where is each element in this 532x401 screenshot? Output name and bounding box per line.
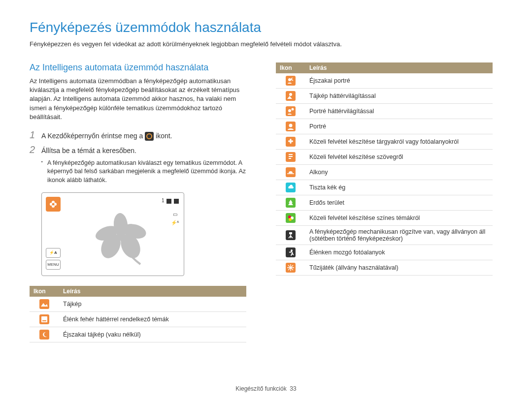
left-column: Az Intelligens automata üzemmód használa… bbox=[30, 62, 246, 342]
right_table-label: A fényképezőgép mechanikusan rögzítve va… bbox=[305, 226, 493, 245]
left-icon-table: Ikon Leírás TájképÉlénk fehér háttérrel … bbox=[30, 286, 246, 342]
svg-rect-7 bbox=[39, 299, 49, 309]
screenshot-counter: 1 bbox=[162, 198, 179, 203]
right_table-icon-cell bbox=[276, 226, 305, 245]
footer-page-number: 33 bbox=[290, 385, 296, 392]
right_table-row: Tűzijáték (állvány használatával) bbox=[276, 260, 493, 276]
right_table-row: Közeli felvétel készítése tárgyakról vag… bbox=[276, 134, 493, 150]
svg-point-17 bbox=[292, 108, 294, 111]
right_table-label: Éjszakai portré bbox=[305, 73, 493, 89]
right_table-label: Élénken mozgó fotóalanyok bbox=[305, 245, 493, 260]
svg-point-31 bbox=[289, 218, 292, 221]
intro-text: Fényképezzen és vegyen fel videókat az a… bbox=[30, 40, 502, 48]
right_table-label: Erdős terület bbox=[305, 195, 493, 211]
right_table-icon-cell bbox=[276, 134, 305, 150]
macrotext-icon bbox=[286, 152, 296, 162]
right_table-label: Alkony bbox=[305, 165, 493, 180]
left_table-row: Éjszakai tájkép (vaku nélkül) bbox=[30, 327, 246, 342]
svg-point-13 bbox=[288, 78, 291, 81]
forest-icon bbox=[286, 198, 296, 208]
right_table-row: Erdős terület bbox=[276, 195, 493, 211]
menu-button: MENU bbox=[46, 260, 61, 270]
battery-icon bbox=[174, 199, 179, 204]
right_table-icon-cell bbox=[276, 119, 305, 134]
tripod-icon bbox=[286, 230, 296, 240]
step-2-text: Állítsa be a témát a keresőben. bbox=[41, 146, 136, 156]
left_table-label: Éjszakai tájkép (vaku nélkül) bbox=[59, 327, 246, 342]
left_table-icon-cell bbox=[30, 312, 59, 327]
macrocolor-icon bbox=[286, 213, 296, 223]
smart-auto-icon bbox=[145, 132, 154, 141]
svg-point-18 bbox=[288, 109, 291, 112]
step-1-text: A Kezdőképernyőn érintse meg a ikont. bbox=[41, 131, 172, 141]
counter-value: 1 bbox=[162, 198, 165, 203]
left_table-row: Élénk fehér háttérrel rendelkező témák bbox=[30, 312, 246, 327]
right_table-icon-cell bbox=[276, 165, 305, 180]
right_table-row: Tiszta kék ég bbox=[276, 180, 493, 195]
nightland-icon bbox=[39, 330, 49, 339]
macro-mode-icon bbox=[46, 197, 61, 212]
svg-point-20 bbox=[289, 124, 293, 127]
step-1: 1 A Kezdőképernyőn érintse meg a ikont. bbox=[30, 129, 246, 141]
left_table-icon-cell bbox=[30, 297, 59, 312]
step-1-pre: A Kezdőképernyőn érintse meg a bbox=[41, 132, 145, 140]
right-column: Ikon Leírás Éjszakai portréTájkép háttér… bbox=[276, 62, 493, 342]
right_table-row: Élénken mozgó fotóalanyok bbox=[276, 245, 493, 260]
camera-screenshot: 1 ▭ ⚡ᴬ ⚡A MEN bbox=[41, 192, 184, 276]
section-title: Az Intelligens automata üzemmód használa… bbox=[30, 62, 246, 73]
bluesky-icon bbox=[286, 183, 296, 192]
svg-rect-11 bbox=[39, 330, 49, 339]
step-1-number: 1 bbox=[30, 129, 41, 141]
right_table-icon-cell bbox=[276, 150, 305, 165]
right_table-label: Portré háttérvilágítással bbox=[305, 104, 493, 119]
th-desc-r: Leírás bbox=[305, 62, 493, 73]
svg-rect-33 bbox=[289, 232, 292, 234]
portrait-icon bbox=[286, 122, 296, 131]
action-icon bbox=[286, 247, 296, 257]
right_table-icon-cell bbox=[276, 245, 305, 260]
landscape-icon bbox=[39, 299, 49, 309]
fireworks-icon bbox=[286, 263, 296, 273]
svg-point-15 bbox=[289, 93, 292, 96]
backlitland-icon bbox=[286, 91, 296, 101]
left_table-row: Tájkép bbox=[30, 297, 246, 312]
right_table-icon-cell bbox=[276, 89, 305, 104]
right_table-row: Közeli felvétel készítése szövegről bbox=[276, 150, 493, 165]
page-title: Fényképezés üzemmódok használata bbox=[30, 20, 502, 35]
step-2-bullet: A fényképezőgép automatikusan kiválaszt … bbox=[41, 159, 246, 185]
right_table-label: Portré bbox=[305, 119, 493, 134]
th-desc: Leírás bbox=[59, 286, 246, 297]
right_table-icon-cell bbox=[276, 73, 305, 89]
svg-point-35 bbox=[291, 249, 293, 251]
section-desc: Az Intelligens automata üzemmódban a fén… bbox=[30, 77, 246, 122]
page-footer: Kiegészítő funkciók 33 bbox=[0, 385, 532, 392]
content-columns: Az Intelligens automata üzemmód használa… bbox=[30, 62, 502, 342]
step-1-post: ikont. bbox=[154, 132, 172, 140]
right_table-icon-cell bbox=[276, 180, 305, 195]
screenshot-side-icons: ▭ ⚡ᴬ bbox=[171, 212, 179, 225]
screenshot-bottom-buttons: ⚡A MENU bbox=[46, 248, 61, 272]
left_table-label: Tájkép bbox=[59, 297, 246, 312]
right_table-row: Portré bbox=[276, 119, 493, 134]
right_table-row: A fényképezőgép mechanikusan rögzítve va… bbox=[276, 226, 493, 245]
macro-icon bbox=[286, 137, 296, 147]
image-size-icon: ▭ bbox=[171, 212, 179, 217]
right_table-label: Tűzijáték (állvány használatával) bbox=[305, 260, 493, 276]
flash-button: ⚡A bbox=[46, 248, 61, 258]
right_table-row: Alkony bbox=[276, 165, 493, 180]
memory-icon bbox=[166, 199, 171, 204]
step-2-number: 2 bbox=[30, 144, 41, 155]
right_table-icon-cell bbox=[276, 211, 305, 226]
right_table-label: Közeli felvétel készítése szövegről bbox=[305, 150, 493, 165]
right_table-row: Éjszakai portré bbox=[276, 73, 493, 89]
footer-section: Kiegészítő funkciók bbox=[235, 385, 286, 392]
whitebg-icon bbox=[39, 314, 49, 324]
right_table-label: Közeli felvétel készítése színes témákró… bbox=[305, 211, 493, 226]
right_table-row: Tájkép háttérvilágítással bbox=[276, 89, 493, 104]
left_table-icon-cell bbox=[30, 327, 59, 342]
right_table-icon-cell bbox=[276, 260, 305, 276]
nightportrait-icon bbox=[286, 76, 296, 86]
right_table-label: Közeli felvétel készítése tárgyakról vag… bbox=[305, 134, 493, 150]
right_table-label: Tájkép háttérvilágítással bbox=[305, 89, 493, 104]
svg-rect-10 bbox=[42, 320, 46, 321]
